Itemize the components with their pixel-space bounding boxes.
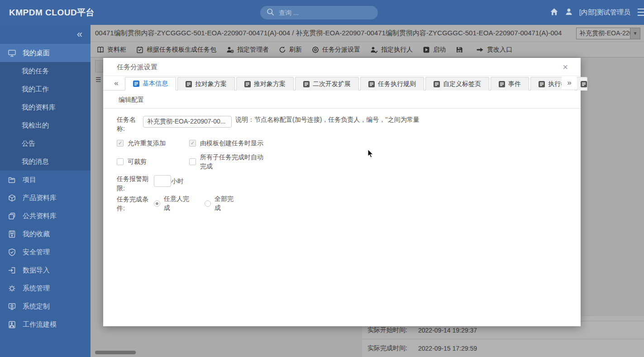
sidebar-item-label: 我的桌面 xyxy=(23,49,50,57)
task-name-label: 任务名称: xyxy=(117,115,140,133)
tab-icon xyxy=(581,81,587,87)
tab-label: 任务执行规则 xyxy=(378,80,416,88)
sidebar-item-my-work[interactable]: 我的工作 xyxy=(0,80,91,98)
sidebar-item-projects[interactable]: 项目 xyxy=(0,171,91,189)
tab-label: 拉对象方案 xyxy=(195,80,227,88)
product-cube-icon xyxy=(8,194,16,202)
tabs-scroll-left-icon[interactable]: « xyxy=(108,76,125,90)
tab-custom-tab-page[interactable]: 自定义标签页 xyxy=(425,77,489,90)
complete-condition-label: 任务完成条件: xyxy=(117,195,154,213)
sidebar-item-label: 公告 xyxy=(22,139,35,148)
sidebar-item-my-tasks[interactable]: 我的任务 xyxy=(0,62,91,80)
dialog-title: 任务分派设置 xyxy=(117,63,157,71)
subtab-edit-config[interactable]: 编辑配置 xyxy=(119,96,144,103)
app-header: KMPDM CLOUD平台 [内部]测试管理员 ☰ xyxy=(0,0,644,25)
checkbox-icon[interactable] xyxy=(117,158,124,165)
sidebar-item-label: 数据导入 xyxy=(23,266,50,275)
sidebar-item-label: 我检出的 xyxy=(22,121,49,130)
search-input[interactable] xyxy=(279,9,356,16)
checkbox-allow-repeat-add[interactable]: 允许重复添加 xyxy=(117,139,189,148)
tab-icon xyxy=(434,81,440,87)
sidebar-item-security-management[interactable]: 安全管理 xyxy=(0,243,91,261)
checkbox-show-on-template-create[interactable]: 由模板创建任务时显示 xyxy=(189,139,263,148)
sidebar-item-system-management[interactable]: 系统管理 xyxy=(0,279,91,297)
user-avatar-icon[interactable] xyxy=(565,8,573,18)
radio-anyone-completes[interactable]: 任意人完成 xyxy=(154,195,192,212)
tab-push-object-plan[interactable]: 推对象方案 xyxy=(236,77,294,90)
sidebar-item-label: 我的消息 xyxy=(22,157,49,166)
public-library-icon xyxy=(8,212,16,220)
checkbox-label: 允许重复添加 xyxy=(128,139,166,148)
sidebar-item-label: 工作流建模 xyxy=(23,320,57,329)
tab-icon xyxy=(244,81,251,87)
tab-label: 基本信息 xyxy=(143,80,168,88)
alarm-period-input[interactable] xyxy=(154,175,171,187)
sidebar-item-my-favorites[interactable]: 我的收藏 xyxy=(0,225,91,243)
sidebar-item-label: 系统管理 xyxy=(23,284,50,293)
sidebar-item-label: 公共资料库 xyxy=(23,212,57,220)
checkbox-icon[interactable] xyxy=(117,140,124,147)
checkbox-auto-complete-subtasks[interactable]: 所有子任务完成时自动完成 xyxy=(189,153,267,171)
radio-label: 任意人完成 xyxy=(164,195,192,212)
favorites-bookmark-icon xyxy=(8,230,16,238)
sidebar-item-my-messages[interactable]: 我的消息 xyxy=(0,152,91,171)
sidebar-item-label: 产品资料库 xyxy=(23,194,57,202)
sidebar-item-label: 我的资料库 xyxy=(22,103,56,112)
checkbox-label: 所有子任务完成时自动完成 xyxy=(200,153,267,171)
tab-secondary-development[interactable]: 二次开发扩展 xyxy=(295,77,359,90)
tabs-scroll-right-icon[interactable]: » xyxy=(562,76,577,89)
checkbox-trimmable[interactable]: 可裁剪 xyxy=(117,153,189,171)
tab-events[interactable]: 事件 xyxy=(491,77,529,90)
sidebar-item-label: 我的任务 xyxy=(22,67,49,76)
sidebar-item-label: 我的收藏 xyxy=(23,230,50,238)
checkbox-label: 由模板创建任务时显示 xyxy=(200,139,263,148)
sidebar-item-my-checkouts[interactable]: 我检出的 xyxy=(0,116,91,134)
search-icon xyxy=(267,8,274,18)
sidebar-item-label: 项目 xyxy=(23,176,36,184)
sidebar-item-product-library[interactable]: 产品资料库 xyxy=(0,189,91,207)
security-shield-icon xyxy=(8,248,16,257)
sidebar-item-system-customization[interactable]: 系统定制 xyxy=(0,297,91,315)
dialog-tabbar: « 基本信息 拉对象方案 推对象方案 二次开发扩展 xyxy=(103,76,581,90)
sidebar-item-my-library[interactable]: 我的资料库 xyxy=(0,98,91,116)
tab-pull-object-plan[interactable]: 拉对象方案 xyxy=(177,77,235,90)
task-dispatch-settings-dialog: 任务分派设置 × « 基本信息 拉对象方案 推对象方案 xyxy=(103,58,581,326)
tab-label: 推对象方案 xyxy=(254,80,286,88)
tab-icon xyxy=(499,81,505,87)
radio-all-complete[interactable]: 全部完成 xyxy=(205,195,235,212)
tab-icon xyxy=(539,81,545,87)
radio-icon[interactable] xyxy=(205,200,211,207)
sidebar-item-label: 系统定制 xyxy=(23,302,50,311)
tab-task-execution-rules[interactable]: 任务执行规则 xyxy=(360,77,424,90)
tab-icon xyxy=(368,81,375,87)
app-logo: KMPDM CLOUD平台 xyxy=(9,7,95,19)
sidebar-item-label: 安全管理 xyxy=(23,248,50,257)
sidebar: « 我的桌面 我的任务 我的工作 我的资料库 我检出的 公告 xyxy=(0,25,91,357)
sidebar-item-public-library[interactable]: 公共资料库 xyxy=(0,207,91,225)
checkbox-icon[interactable] xyxy=(189,140,196,147)
current-user-label[interactable]: [内部]测试管理员 xyxy=(579,8,630,17)
checkbox-label: 可裁剪 xyxy=(128,157,147,167)
task-name-input[interactable] xyxy=(143,116,232,128)
alarm-period-label: 任务报警期限: xyxy=(117,174,154,193)
menu-icon[interactable]: ☰ xyxy=(637,8,644,18)
tab-clipped[interactable] xyxy=(577,77,587,90)
sidebar-collapse-icon[interactable]: « xyxy=(77,29,82,39)
tab-label: 二次开发扩展 xyxy=(313,80,351,88)
desktop-icon xyxy=(8,49,16,57)
close-icon[interactable]: × xyxy=(563,58,568,76)
task-name-description: 说明：节点名称配置(加号连接)，任务负责人，编号，''之间为常量 xyxy=(235,115,422,124)
checkbox-icon[interactable] xyxy=(189,158,196,165)
sidebar-item-workflow-modeling[interactable]: 工作流建模 xyxy=(0,315,91,333)
tab-icon xyxy=(186,81,192,87)
sidebar-item-announcements[interactable]: 公告 xyxy=(0,134,91,152)
radio-label: 全部完成 xyxy=(215,195,235,212)
sidebar-item-data-import[interactable]: 数据导入 xyxy=(0,261,91,279)
sidebar-item-my-desktop[interactable]: 我的桌面 xyxy=(0,44,91,62)
alarm-unit-label: 小时 xyxy=(171,177,184,186)
tab-basic-info[interactable]: 基本信息 xyxy=(125,77,176,90)
global-search[interactable] xyxy=(260,6,378,19)
sidebar-item-label: 我的工作 xyxy=(22,85,49,94)
radio-icon[interactable] xyxy=(154,200,160,207)
home-icon[interactable] xyxy=(550,8,558,18)
